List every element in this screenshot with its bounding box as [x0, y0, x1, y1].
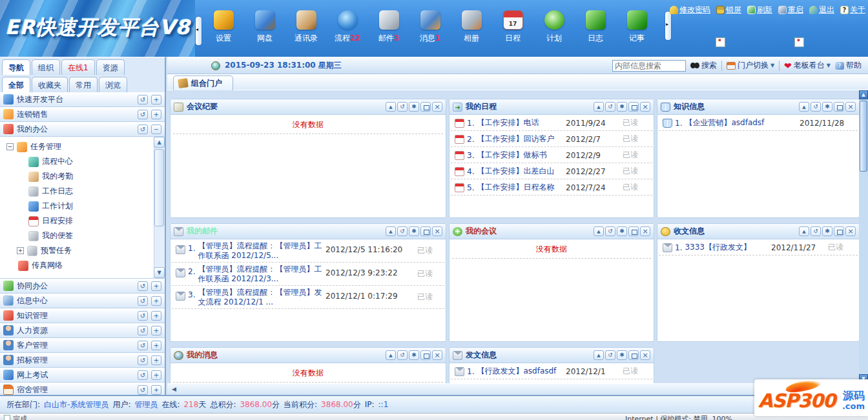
maximize-panel-button[interactable] [420, 102, 431, 112]
restart-link[interactable]: 重启 [778, 5, 803, 15]
sidebar-group-online-exam[interactable]: 网上考试↺+ [0, 368, 165, 383]
toolbar-item-workflow[interactable]: 流程22 [327, 10, 368, 44]
scroll-thumb[interactable] [860, 101, 867, 172]
portal-switch-button[interactable]: 门户切换▼ [727, 60, 774, 71]
panel-settings-button[interactable] [822, 102, 832, 112]
group-refresh-button[interactable]: ↺ [138, 341, 148, 350]
close-panel-button[interactable] [845, 102, 856, 112]
group-expand-button[interactable]: + [151, 326, 161, 335]
collapse-panel-button[interactable] [594, 226, 604, 236]
close-panel-button[interactable] [432, 102, 442, 112]
maximize-panel-button[interactable] [420, 226, 431, 236]
expand-node-icon[interactable]: + [17, 247, 24, 254]
about-link[interactable]: 关于 [840, 5, 865, 15]
scroll-left-icon[interactable]: ◀ [172, 386, 176, 392]
sidebar-group-platform[interactable]: 快速开发平台↺+ [0, 92, 165, 107]
group-collapse-button[interactable]: − [151, 125, 161, 134]
schedule-item[interactable]: 3.【工作安排】做标书2012/2/9已读 [451, 147, 652, 163]
tab-browse[interactable]: 浏览 [99, 77, 127, 92]
tree-item-work-plan[interactable]: 工作计划 [0, 199, 153, 214]
panel-settings-button[interactable] [617, 102, 627, 112]
group-expand-button[interactable]: + [151, 296, 161, 306]
tree-item-calendar[interactable]: 日程安排 [0, 214, 153, 228]
close-panel-button[interactable] [845, 226, 856, 236]
knowledge-item[interactable]: 1.【企业营销】asdfadsf2012/11/28 [659, 115, 858, 131]
collapse-panel-button[interactable] [594, 350, 604, 360]
content-vertical-scrollbar[interactable]: ▲ ▼ [859, 90, 868, 383]
received-doc-item[interactable]: 1.3333【行政发文】2012/11/27已读 [659, 239, 858, 255]
group-expand-button[interactable]: + [151, 355, 161, 365]
tab-online[interactable]: 在线1 [61, 59, 95, 75]
collapse-node-icon[interactable]: − [6, 143, 14, 150]
group-refresh-button[interactable]: ↺ [138, 125, 148, 134]
close-panel-button[interactable] [640, 350, 650, 360]
panel-settings-button[interactable] [409, 226, 419, 236]
refresh-panel-button[interactable] [811, 102, 821, 112]
tab-favorites[interactable]: 收藏夹 [32, 77, 68, 92]
group-refresh-button[interactable]: ↺ [138, 296, 148, 306]
refresh-panel-button[interactable] [397, 102, 408, 112]
tab-organization[interactable]: 组织 [32, 59, 60, 75]
collapse-panel-button[interactable] [594, 102, 604, 112]
group-expand-button[interactable]: + [151, 110, 161, 119]
group-expand-button[interactable]: + [151, 370, 161, 380]
collapse-panel-button[interactable] [386, 350, 396, 360]
close-panel-button[interactable] [640, 226, 650, 236]
refresh-link[interactable]: 刷新 [747, 5, 772, 15]
tree-item-task-mgmt[interactable]: −任务管理 [0, 139, 153, 154]
close-panel-button[interactable] [432, 350, 442, 360]
schedule-item[interactable]: 2.【工作安排】回访客户2012/2/7已读 [451, 131, 652, 147]
schedule-item[interactable]: 1.【工作安排】电话2011/9/24已读 [451, 115, 652, 131]
refresh-panel-button[interactable] [397, 226, 408, 236]
group-refresh-button[interactable]: ↺ [138, 110, 148, 119]
tree-item-memo[interactable]: 我的便签 [0, 228, 153, 243]
toolbar-item-settings[interactable]: 设置 [203, 10, 244, 44]
collapse-panel-button[interactable] [386, 226, 396, 236]
refresh-panel-button[interactable] [605, 350, 615, 360]
panel-settings-button[interactable] [617, 350, 627, 360]
search-button[interactable]: 搜索 [690, 60, 717, 71]
close-panel-button[interactable] [640, 102, 650, 112]
change-password-link[interactable]: 修改密码 [670, 5, 710, 15]
toolbar-item-album[interactable]: 相册 [451, 10, 492, 44]
tree-item-attendance[interactable]: 我的考勤 [0, 169, 153, 184]
toolbar-item-plan[interactable]: 计划 [533, 10, 575, 44]
sidebar-group-collab-office[interactable]: 协同办公↺+ [0, 279, 165, 294]
toolbar-item-message[interactable]: 消息1 [409, 10, 451, 44]
toolbar-item-journal[interactable]: 日志 [575, 10, 616, 44]
refresh-panel-button[interactable] [605, 102, 615, 112]
maximize-panel-button[interactable] [628, 102, 639, 112]
sent-doc-item[interactable]: 1.【行政发文】asdfasdf2012/12/1已读 [451, 363, 652, 379]
group-refresh-button[interactable]: ↺ [138, 355, 148, 365]
collapse-left-icon[interactable] [196, 17, 202, 45]
mail-item[interactable]: 1.【管理员】流程提醒：【管理员】工作联系函 2012/12/5...2012/… [172, 239, 444, 263]
boss-view-button[interactable]: ❤老板看台▼ [784, 60, 831, 71]
group-refresh-button[interactable]: ↺ [138, 370, 148, 380]
group-refresh-button[interactable]: ↺ [138, 281, 148, 291]
scroll-up-icon[interactable]: ▲ [154, 137, 165, 148]
sidebar-group-knowledge-mgmt[interactable]: 知识管理↺+ [0, 308, 165, 323]
group-expand-button[interactable]: + [151, 95, 161, 105]
tree-item-fax-network[interactable]: 传真网络 [0, 258, 153, 273]
tree-item-work-log[interactable]: 工作日志 [0, 184, 153, 199]
toolbar-item-mail[interactable]: 邮件3 [368, 10, 409, 44]
search-input[interactable] [612, 60, 686, 72]
group-refresh-button[interactable]: ↺ [138, 95, 148, 105]
sidebar-group-my-office[interactable]: 我的办公↺− [0, 122, 165, 137]
tree-scrollbar[interactable]: ▲ ▼ [154, 137, 165, 278]
maximize-panel-button[interactable] [628, 350, 639, 360]
tab-navigation[interactable]: 导航 [2, 59, 30, 75]
tree-item-alert-task[interactable]: +预警任务 [0, 243, 153, 258]
collapse-panel-button[interactable] [799, 226, 809, 236]
panel-settings-button[interactable] [409, 350, 419, 360]
help-button[interactable]: 帮助 [835, 60, 862, 71]
collapse-panel-button[interactable] [799, 102, 809, 112]
collapse-panel-button[interactable] [386, 102, 396, 112]
toolbar-item-notes[interactable]: 记事 [616, 10, 657, 44]
toolbar-item-netdisk[interactable]: 网盘 [244, 10, 285, 44]
group-refresh-button[interactable]: ↺ [138, 326, 148, 335]
sidebar-group-hr[interactable]: 人力资源↺+ [0, 323, 165, 338]
tab-combined-portal[interactable]: 组合门户 [173, 75, 233, 90]
panel-settings-button[interactable] [617, 226, 627, 236]
schedule-item[interactable]: 5.【工作安排】日程名称2012/7/24已读 [451, 179, 652, 195]
